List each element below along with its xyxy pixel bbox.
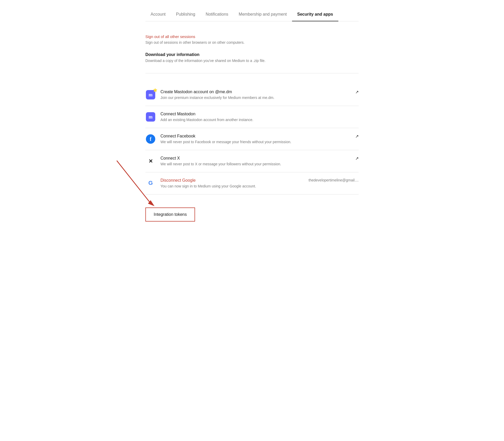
download-section: Download your information Download a cop… — [145, 52, 359, 73]
facebook-icon: f — [145, 134, 156, 144]
tab-account[interactable]: Account — [145, 8, 171, 21]
x-title: Connect X — [160, 156, 350, 161]
sign-out-section: Sign out of all other sessions Sign out … — [145, 34, 359, 45]
svg-text:G: G — [148, 180, 153, 186]
x-external-icon[interactable]: ↗ — [355, 156, 359, 161]
integration-google: G Disconnect Google You can now sign in … — [145, 172, 359, 194]
google-email: thedevelopertimeline@gmail.... — [309, 178, 359, 182]
nav-tabs: Account Publishing Notifications Members… — [145, 0, 359, 21]
mastodon-create-desc: Join our premium instance exclusively fo… — [160, 96, 350, 100]
mastodon-create-title: Create Mastodon account on @me.dm — [160, 90, 350, 94]
x-icon: ✕ — [145, 156, 156, 166]
google-desc: You can now sign in to Medium using your… — [160, 184, 303, 188]
download-title: Download your information — [145, 52, 359, 57]
tab-security[interactable]: Security and apps — [292, 8, 338, 21]
mastodon-icon: m — [145, 112, 156, 122]
svg-marker-3 — [148, 200, 154, 206]
download-desc: Download a copy of the information you'v… — [145, 59, 359, 63]
mastodon-star-icon: m ⭐ — [145, 90, 156, 100]
tokens-container: Integration tokens — [145, 200, 359, 222]
google-icon: G — [145, 178, 156, 188]
facebook-desc: We will never post to Facebook or messag… — [160, 140, 350, 144]
integration-mastodon-create: m ⭐ Create Mastodon account on @me.dm Jo… — [145, 84, 359, 106]
content-area: Sign out of all other sessions Sign out … — [145, 21, 359, 235]
mastodon-connect-title: Connect Mastodon — [160, 112, 359, 116]
facebook-title: Connect Facebook — [160, 134, 350, 138]
tab-notifications[interactable]: Notifications — [201, 8, 234, 21]
integration-x: ✕ Connect X We will never post to X or m… — [145, 150, 359, 172]
x-desc: We will never post to X or message your … — [160, 162, 350, 166]
integration-facebook: f Connect Facebook We will never post to… — [145, 128, 359, 150]
tab-membership[interactable]: Membership and payment — [234, 8, 292, 21]
mastodon-connect-desc: Add an existing Mastodon account from an… — [160, 118, 359, 122]
tab-publishing[interactable]: Publishing — [171, 8, 201, 21]
sign-out-link[interactable]: Sign out of all other sessions — [145, 34, 195, 39]
integration-tokens-button[interactable]: Integration tokens — [145, 207, 195, 222]
integration-mastodon-connect: m Connect Mastodon Add an existing Masto… — [145, 106, 359, 128]
facebook-external-icon[interactable]: ↗ — [355, 134, 359, 139]
sign-out-desc: Sign out of sessions in other browsers o… — [145, 40, 359, 45]
google-disconnect-title[interactable]: Disconnect Google — [160, 178, 303, 183]
mastodon-create-external-icon[interactable]: ↗ — [355, 90, 359, 95]
